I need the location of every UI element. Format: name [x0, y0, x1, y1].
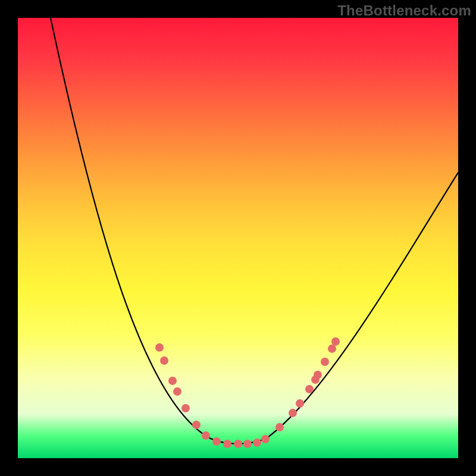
curve-dot: [181, 404, 190, 412]
curve-dot: [202, 431, 210, 440]
curve-dot: [155, 343, 164, 352]
curve-dot: [253, 439, 261, 447]
site-attribution-label: TheBottleneck.com: [337, 2, 471, 19]
curve-dot: [275, 423, 284, 431]
curve-dot: [243, 440, 252, 448]
curve-dot: [289, 409, 297, 417]
bottleneck-curve: [51, 18, 458, 444]
curve-dot: [234, 440, 242, 448]
curve-dot: [168, 377, 177, 385]
curve-dot: [314, 371, 322, 379]
curve-dot: [328, 345, 336, 353]
chart-overlay-svg: [18, 18, 458, 458]
curve-dot: [192, 421, 201, 429]
curve-dot: [331, 337, 340, 346]
chart-plot-area: [18, 18, 458, 458]
curve-dot: [296, 399, 304, 408]
curve-dot: [305, 385, 314, 393]
curve-dot: [261, 435, 270, 443]
curve-dot: [212, 437, 221, 446]
curve-dot: [223, 440, 231, 448]
curve-dot: [173, 387, 181, 396]
curve-dot: [160, 356, 168, 365]
curve-dot: [321, 358, 329, 366]
